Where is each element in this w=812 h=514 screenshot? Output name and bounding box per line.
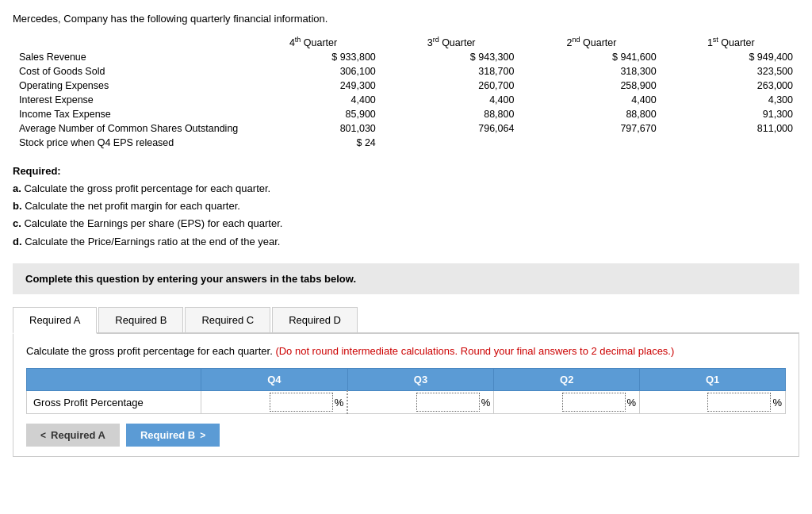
answer-table: Q4 Q3 Q2 Q1 Gross Profit Percentage % bbox=[26, 368, 786, 414]
row-label: Stock price when Q4 EPS released bbox=[13, 136, 244, 150]
table-row: Stock price when Q4 EPS released $ 24 bbox=[13, 136, 799, 150]
pct-q4: % bbox=[335, 397, 344, 409]
row-q4: 306,100 bbox=[244, 64, 382, 79]
tabs-row: Required A Required B Required C Require… bbox=[13, 307, 799, 334]
next-chevron: > bbox=[200, 430, 205, 441]
row-q2 bbox=[520, 136, 662, 150]
row-q4: $ 24 bbox=[244, 136, 382, 150]
tab-content: Calculate the gross profit percentage fo… bbox=[13, 334, 799, 458]
gpp-q1-cell: % bbox=[640, 391, 786, 414]
row-q1: 91,300 bbox=[663, 107, 799, 121]
row-q1: 4,300 bbox=[663, 93, 799, 107]
pct-q1: % bbox=[772, 397, 782, 409]
row-q3: $ 943,300 bbox=[382, 50, 521, 64]
col-header-q1: 1st Quarter bbox=[663, 34, 799, 50]
answer-row-gpp: Gross Profit Percentage % % bbox=[27, 391, 786, 414]
req-item-c: c. Calculate the Earnings per share (EPS… bbox=[13, 215, 799, 232]
req-item-a: a. Calculate the gross profit percentage… bbox=[13, 180, 799, 198]
table-row: Operating Expenses 249,300 260,700 258,9… bbox=[13, 79, 799, 93]
row-q3: 88,800 bbox=[382, 107, 521, 121]
tab-required-a[interactable]: Required A bbox=[13, 307, 97, 334]
gpp-label: Gross Profit Percentage bbox=[27, 391, 201, 414]
next-button[interactable]: Required B > bbox=[126, 424, 220, 447]
row-q1: 811,000 bbox=[663, 121, 799, 136]
row-q4: 249,300 bbox=[244, 79, 382, 93]
row-q3: 4,400 bbox=[382, 93, 521, 107]
row-q3: 260,700 bbox=[382, 79, 521, 93]
col-header-q4: 4th Quarter bbox=[244, 34, 382, 50]
prev-button[interactable]: < Required A bbox=[26, 424, 120, 447]
row-label: Average Number of Common Shares Outstand… bbox=[13, 121, 244, 136]
row-label: Cost of Goods Sold bbox=[13, 64, 244, 79]
table-row: Average Number of Common Shares Outstand… bbox=[13, 121, 799, 136]
complete-box: Complete this question by entering your … bbox=[13, 263, 799, 294]
tab-instruction: Calculate the gross profit percentage fo… bbox=[26, 343, 786, 359]
row-q1: 263,000 bbox=[663, 79, 799, 93]
prev-label: Required A bbox=[51, 429, 105, 441]
row-label: Operating Expenses bbox=[13, 79, 244, 93]
nav-buttons: < Required A Required B > bbox=[26, 424, 786, 447]
table-row: Cost of Goods Sold 306,100 318,700 318,3… bbox=[13, 64, 799, 79]
answer-col-q1: Q1 bbox=[640, 369, 786, 391]
row-q2: 797,670 bbox=[520, 121, 662, 136]
row-q3 bbox=[382, 136, 521, 150]
required-heading: Required: bbox=[13, 165, 61, 177]
table-row: Interest Expense 4,400 4,400 4,400 4,300 bbox=[13, 93, 799, 107]
req-item-d: d. Calculate the Price/Earnings ratio at… bbox=[13, 233, 799, 251]
row-q4: $ 933,800 bbox=[244, 50, 382, 64]
gpp-q4-cell: % bbox=[201, 391, 348, 414]
row-label: Income Tax Expense bbox=[13, 107, 244, 121]
instruction-note: (Do not round intermediate calculations.… bbox=[275, 345, 674, 357]
gpp-q1-input[interactable] bbox=[707, 393, 771, 412]
pct-q3: % bbox=[481, 397, 491, 409]
gpp-q3-cell: % bbox=[347, 391, 494, 414]
answer-col-q4: Q4 bbox=[201, 369, 348, 391]
col-header-q3: 3rd Quarter bbox=[382, 34, 521, 50]
gpp-q2-cell: % bbox=[494, 391, 640, 414]
table-row: Sales Revenue $ 933,800 $ 943,300 $ 941,… bbox=[13, 50, 799, 64]
tab-required-d[interactable]: Required D bbox=[272, 307, 358, 332]
row-q1: 323,500 bbox=[663, 64, 799, 79]
tab-required-c[interactable]: Required C bbox=[185, 307, 270, 332]
intro-text: Mercedes, Company has the following quar… bbox=[13, 13, 799, 25]
row-label: Sales Revenue bbox=[13, 50, 244, 64]
req-item-b: b. Calculate the net profit margin for e… bbox=[13, 198, 799, 215]
row-q2: 258,900 bbox=[520, 79, 662, 93]
row-q3: 796,064 bbox=[382, 121, 521, 136]
row-q3: 318,700 bbox=[382, 64, 521, 79]
row-q2: 88,800 bbox=[520, 107, 662, 121]
next-label: Required B bbox=[140, 429, 195, 441]
row-label: Interest Expense bbox=[13, 93, 244, 107]
row-q4: 801,030 bbox=[244, 121, 382, 136]
gpp-q3-input[interactable] bbox=[416, 393, 480, 412]
row-q4: 85,900 bbox=[244, 107, 382, 121]
table-row: Income Tax Expense 85,900 88,800 88,800 … bbox=[13, 107, 799, 121]
row-q2: $ 941,600 bbox=[520, 50, 662, 64]
answer-col-empty bbox=[27, 369, 201, 391]
required-section: Required: a. Calculate the gross profit … bbox=[13, 163, 799, 250]
row-q1 bbox=[663, 136, 799, 150]
answer-col-q3: Q3 bbox=[347, 369, 494, 391]
col-header-q2: 2nd Quarter bbox=[520, 34, 662, 50]
row-q2: 4,400 bbox=[520, 93, 662, 107]
prev-chevron: < bbox=[40, 430, 46, 441]
financial-table: 4th Quarter 3rd Quarter 2nd Quarter 1st … bbox=[13, 34, 799, 150]
gpp-q2-input[interactable] bbox=[562, 393, 626, 412]
gpp-q4-input[interactable] bbox=[270, 393, 333, 412]
row-q4: 4,400 bbox=[244, 93, 382, 107]
row-q2: 318,300 bbox=[520, 64, 662, 79]
answer-col-q2: Q2 bbox=[494, 369, 640, 391]
tab-required-b[interactable]: Required B bbox=[98, 307, 183, 332]
row-q1: $ 949,400 bbox=[663, 50, 799, 64]
pct-q2: % bbox=[627, 397, 637, 409]
